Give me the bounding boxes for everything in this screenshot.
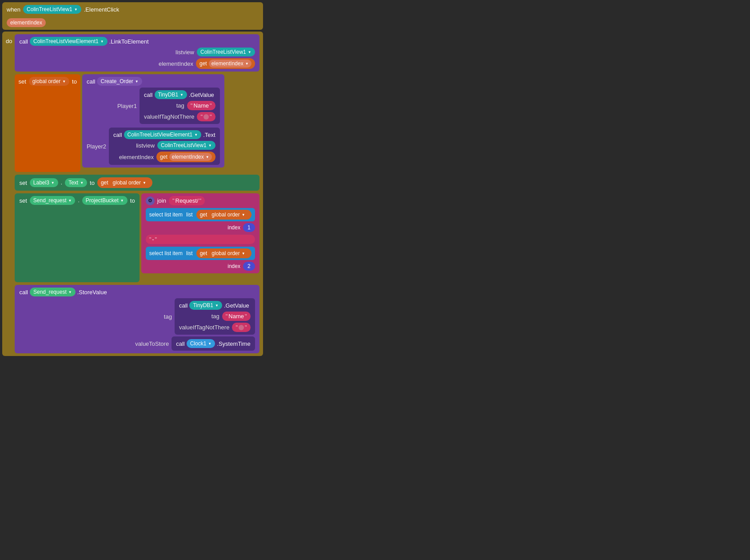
value-if-tag-label-1: valueIfTagNotThere	[144, 113, 194, 120]
join-block: ⚙ join " Request/ "	[141, 193, 259, 273]
get-global-order-3[interactable]: get global order ▼	[196, 248, 251, 258]
to-label-3: to	[130, 197, 135, 204]
tinydb-getvalue-2: call TinyDB1 ▼ .GetValue	[175, 298, 255, 335]
get-global-order-2[interactable]: get global order ▼	[196, 210, 251, 220]
call-label-2: call	[87, 78, 96, 85]
when-component-arrow: ▼	[74, 8, 78, 12]
sep-string: " - "	[146, 235, 255, 244]
clock-system-time: call Clock1 ▼ .SystemTime	[172, 336, 255, 351]
gear-icon: ⚙	[146, 196, 155, 205]
circle-fill-1	[203, 114, 209, 120]
request-string: " Request/ "	[169, 196, 205, 205]
call1-method: .LinkToElement	[109, 38, 149, 45]
create-order-container: call Create_Order ▼ Player1	[82, 74, 224, 168]
tag-label-2: tag	[164, 313, 172, 320]
player1-label: Player1	[117, 103, 137, 109]
store-value-method: .StoreValue	[77, 289, 107, 296]
global-order-pill[interactable]: global order ▼	[29, 77, 69, 86]
set-label3-text-block: set Label3 ▼ . Text ▼ to	[15, 175, 259, 191]
create-order-pill[interactable]: Create_Order ▼	[97, 77, 142, 86]
select-list-item-2: select list item list get global order ▼	[146, 247, 255, 260]
call-label-1: call	[19, 38, 28, 45]
join-label: join	[157, 197, 166, 204]
call1-component[interactable]: ColinTreeListViewElement1 ▼	[30, 37, 108, 46]
label3-pill[interactable]: Label3 ▼	[30, 178, 58, 187]
get-element-index[interactable]: get elementIndex ▼	[196, 58, 255, 69]
player2-label: Player2	[87, 143, 106, 150]
when-component-pill[interactable]: ColinTreeListView1 ▼	[23, 5, 81, 14]
select-list-item-1: select list item list get global order ▼	[146, 208, 255, 221]
set-send-request-block: set Send_request ▼ . ProjectBucket ▼	[15, 193, 259, 282]
text-prop-pill[interactable]: Text ▼	[65, 178, 87, 187]
tag-label-1: tag	[176, 102, 184, 109]
element-index-param[interactable]: elementIndex	[7, 18, 46, 27]
when-block: when ColinTreeListView1 ▼ .ElementClick …	[2, 2, 263, 356]
listview-val[interactable]: ColinTreeListView1 ▼	[197, 48, 255, 56]
clock1-pill[interactable]: Clock1 ▼	[187, 339, 215, 348]
colin-elem-pill[interactable]: ColinTreeListViewElement1 ▼	[124, 130, 202, 139]
element-index-label-2: elementIndex	[119, 154, 154, 160]
listview-label: listview	[176, 49, 194, 56]
tinydb1-pill[interactable]: TinyDB1 ▼	[155, 90, 188, 99]
call-colin-label: call	[113, 132, 122, 138]
listview-label-2: listview	[136, 142, 155, 149]
to-label-2: to	[90, 180, 95, 186]
to-label-1: to	[72, 78, 77, 85]
when-event-label: .ElementClick	[84, 6, 119, 13]
set-label-2: set	[19, 180, 27, 186]
name-string-2: " Name "	[222, 312, 251, 321]
get-element-index-2[interactable]: get elementIndex ▼	[156, 152, 215, 162]
colin-elem-text-block: call ColinTreeListViewElement1 ▼ .Text	[109, 128, 220, 165]
set-label-1: set	[18, 78, 26, 85]
system-time-method: .SystemTime	[217, 340, 250, 347]
send-req-pill-2[interactable]: Send_request ▼	[30, 288, 76, 296]
element-index-label: elementIndex	[159, 60, 193, 67]
when-label: when	[7, 6, 20, 13]
empty-string-1: " "	[197, 112, 215, 121]
dot-separator: .	[61, 180, 62, 186]
set-send-req-left: set Send_request ▼ . ProjectBucket ▼	[15, 193, 139, 282]
tinydb1-pill-2[interactable]: TinyDB1 ▼	[189, 301, 222, 310]
get-global-order-1[interactable]: get global order ▼	[97, 177, 152, 188]
getvalue-method-1: .GetValue	[189, 92, 214, 98]
proj-bucket-pill[interactable]: ProjectBucket ▼	[82, 196, 128, 205]
text-method: .Text	[203, 132, 215, 138]
call-link-to-element-block: call ColinTreeListViewElement1 ▼ .LinkTo…	[15, 34, 259, 72]
empty-string-2: " "	[232, 323, 250, 332]
set-global-order-block: set global order ▼ to	[15, 74, 259, 172]
circle-fill-2	[239, 325, 244, 330]
send-request-pill[interactable]: Send_request ▼	[30, 196, 76, 205]
name-string-1: " Name "	[187, 101, 215, 110]
do-label: do	[6, 38, 12, 44]
listview-val-2[interactable]: ColinTreeListView1 ▼	[157, 141, 215, 150]
tinydb-getvalue-1: call TinyDB1 ▼ .GetValue	[140, 88, 220, 124]
call-store-value-block: call Send_request ▼ .StoreValue tag	[15, 285, 259, 353]
index-1-val: 1	[243, 223, 255, 232]
call-label-3: call	[19, 289, 28, 296]
value-to-store-label: valueToStore	[135, 340, 169, 347]
call-tinydb-1: call	[144, 92, 153, 98]
index-2-val: 2	[243, 262, 255, 271]
set-label-3: set	[19, 197, 27, 204]
